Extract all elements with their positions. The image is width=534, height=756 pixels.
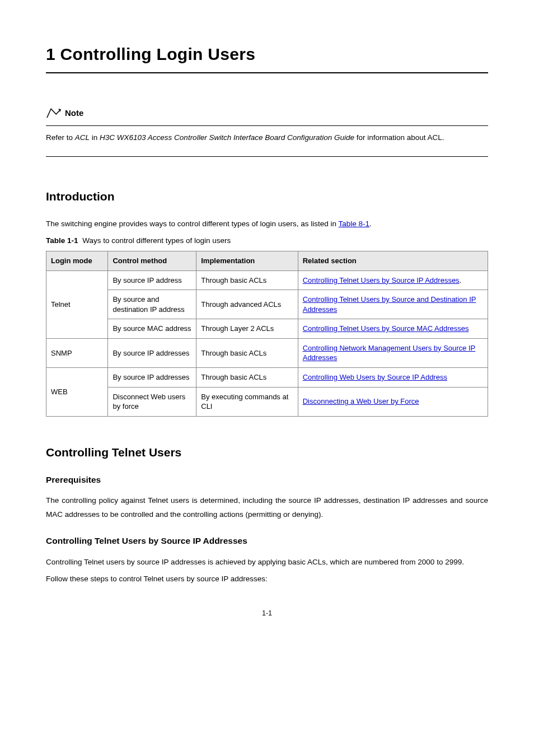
table-cell-method: By source MAC address [108, 319, 196, 339]
table-link[interactable]: Controlling Web Users by Source IP Addre… [303, 373, 447, 381]
table-header-method: Control method [108, 251, 196, 271]
table-caption-label: Table 1-1 [46, 236, 78, 245]
prerequisites-text: The controlling policy against Telnet us… [46, 494, 488, 522]
table-header-mode: Login mode [46, 251, 108, 271]
note-icon [46, 107, 62, 119]
table-cell-impl: Through basic ACLs [196, 367, 298, 387]
prerequisites-heading: Prerequisites [46, 473, 488, 486]
note-text-italic2: H3C WX6103 Access Controller Switch Inte… [100, 133, 354, 142]
table-cell-mode: Telnet [46, 270, 108, 338]
note-text-prefix: Refer to [46, 133, 75, 142]
note-text-italic1: ACL [75, 133, 90, 142]
table-link-suffix: . [460, 276, 462, 284]
table-cell-mode: SNMP [46, 338, 108, 367]
note-text-suffix: for information about ACL. [354, 133, 444, 142]
table-cell-impl: Through Layer 2 ACLs [196, 319, 298, 339]
controlling-by-srcip-text1: Controlling Telnet users by source IP ad… [46, 556, 488, 569]
note-rule-top [46, 125, 488, 126]
table-row: SNMP By source IP addresses Through basi… [46, 338, 488, 367]
note-rule-bottom [46, 156, 488, 157]
table-link[interactable]: Disconnecting a Web User by Force [303, 397, 419, 405]
note-text: Refer to ACL in H3C WX6103 Access Contro… [46, 132, 488, 144]
table-row: Disconnect Web users by force By executi… [46, 387, 488, 416]
table-header-row: Login mode Control method Implementation… [46, 251, 488, 271]
note-label: Note [65, 107, 83, 120]
intro-text-prefix: The switching engine provides ways to co… [46, 220, 339, 228]
intro-text-suffix: . [369, 220, 372, 228]
page-number: 1-1 [46, 608, 488, 619]
table-cell-method: By source IP address [108, 270, 196, 290]
table-cell-impl: Through basic ACLs [196, 270, 298, 290]
chapter-number-title: 1 Controlling Login Users [46, 39, 488, 68]
table-cell-related: Controlling Telnet Users by Source MAC A… [298, 319, 488, 339]
table-cell-impl: By executing commands at CLI [196, 387, 298, 416]
table-header-impl: Implementation [196, 251, 298, 271]
table-row: By source MAC address Through Layer 2 AC… [46, 319, 488, 339]
note-header: Note [46, 107, 488, 120]
table-cell-method: By source and destination IP address [108, 290, 196, 319]
intro-table-link[interactable]: Table 8-1 [339, 220, 370, 228]
table-header-related: Related section [298, 251, 488, 271]
chapter-rule [46, 72, 488, 73]
table-cell-impl: Through basic ACLs [196, 338, 298, 367]
table-link[interactable]: Controlling Network Management Users by … [303, 344, 476, 362]
table-cell-related: Controlling Network Management Users by … [298, 338, 488, 367]
table-cell-related: Disconnecting a Web User by Force [298, 387, 488, 416]
table-row: Telnet By source IP address Through basi… [46, 270, 488, 290]
table-cell-related: Controlling Telnet Users by Source IP Ad… [298, 270, 488, 290]
table-cell-method: By source IP addresses [108, 367, 196, 387]
table-cell-related: Controlling Telnet Users by Source and D… [298, 290, 488, 319]
controlling-by-srcip-heading: Controlling Telnet Users by Source IP Ad… [46, 534, 488, 547]
table-cell-method: Disconnect Web users by force [108, 387, 196, 416]
login-control-table: Login mode Control method Implementation… [46, 251, 488, 416]
table-link[interactable]: Controlling Telnet Users by Source IP Ad… [303, 276, 460, 284]
section-controlling-telnet-heading: Controlling Telnet Users [46, 444, 488, 461]
note-text-mid: in [90, 133, 100, 142]
table-link[interactable]: Controlling Telnet Users by Source and D… [303, 295, 476, 314]
table-link[interactable]: Controlling Telnet Users by Source MAC A… [303, 324, 469, 333]
table-cell-impl: Through advanced ACLs [196, 290, 298, 319]
table-cell-method: By source IP addresses [108, 338, 196, 367]
chapter-number: 1 Controlling Login Users [46, 45, 255, 63]
table-row: WEB By source IP addresses Through basic… [46, 367, 488, 387]
section-introduction-heading: Introduction [46, 188, 488, 206]
table-cell-mode: WEB [46, 367, 108, 416]
table-caption-text: Ways to control different types of login… [82, 236, 231, 245]
controlling-by-srcip-text2: Follow these steps to control Telnet use… [46, 572, 488, 586]
table-caption: Table 1-1 Ways to control different type… [46, 235, 488, 246]
table-cell-related: Controlling Web Users by Source IP Addre… [298, 367, 488, 387]
intro-paragraph: The switching engine provides ways to co… [46, 218, 488, 231]
table-row: By source and destination IP address Thr… [46, 290, 488, 319]
